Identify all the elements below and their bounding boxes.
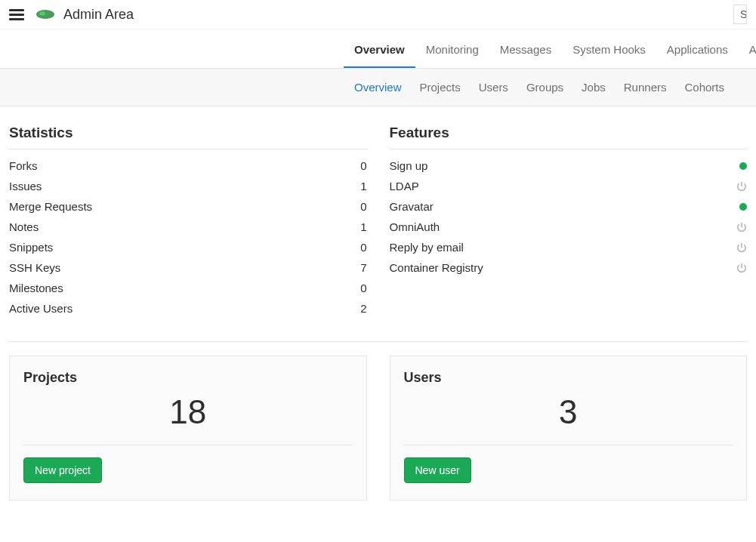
stat-row: Milestones0 [9,278,367,298]
stat-value: 1 [360,220,366,233]
subtab-overview[interactable]: Overview [345,78,411,97]
new-project-button[interactable]: New project [23,457,102,483]
tab-system-hooks[interactable]: System Hooks [562,29,656,68]
features-heading: Features [390,125,748,141]
stat-value: 0 [360,159,366,172]
tab-applications[interactable]: Applications [656,29,739,68]
projects-card: Projects 18 New project [9,356,367,500]
subtab-users[interactable]: Users [470,78,517,97]
stat-row: Active Users2 [9,298,367,319]
stat-value: 0 [360,282,366,294]
feature-label: LDAP [390,180,419,192]
stat-label: Forks [9,159,38,172]
stat-value: 2 [360,302,366,315]
projects-heading: Projects [23,370,353,386]
power-off-icon [736,242,747,253]
users-heading: Users [404,370,733,386]
stat-row: Merge Requests0 [9,196,367,217]
stat-label: Snippets [9,241,53,254]
projects-count: 18 [23,393,353,431]
feature-row: OmniAuth [390,217,748,237]
tab-monitoring[interactable]: Monitoring [415,29,489,68]
statistics-panel: Statistics Forks0Issues1Merge Requests0N… [9,125,367,319]
stat-row: SSH Keys7 [9,257,367,278]
page-title: Admin Area [63,7,134,23]
stat-value: 7 [360,261,366,274]
divider [9,149,367,149]
subtab-jobs[interactable]: Jobs [572,78,615,97]
topbar: Admin Area S [0,0,756,29]
subtab-runners[interactable]: Runners [615,78,676,97]
power-off-icon [736,263,747,273]
stat-label: Milestones [9,282,63,294]
feature-row: Container Registry [390,257,748,278]
stat-row: Snippets0 [9,237,367,257]
power-off-icon [736,222,747,233]
users-card: Users 3 New user [390,356,748,500]
feature-label: Gravatar [390,200,434,213]
feature-label: Sign up [390,159,428,172]
stat-value: 0 [360,241,366,254]
new-user-button[interactable]: New user [404,457,471,483]
main-tabs: OverviewMonitoringMessagesSystem HooksAp… [0,29,756,69]
features-panel: Features Sign upLDAPGravatarOmniAuthRepl… [390,125,748,319]
logo[interactable] [35,8,56,21]
stat-row: Issues1 [9,176,367,196]
menu-icon[interactable] [9,7,24,23]
search-input[interactable]: S [733,5,747,24]
stat-label: Active Users [9,302,73,315]
stat-value: 0 [360,200,366,213]
subtab-projects[interactable]: Projects [411,78,470,97]
tab-overview[interactable]: Overview [344,29,415,68]
subtab-groups[interactable]: Groups [517,78,572,97]
feature-row: LDAP [390,176,748,196]
stat-row: Forks0 [9,156,367,176]
stat-value: 1 [360,180,366,192]
feature-row: Reply by email [390,237,748,257]
feature-row: Sign up [390,156,748,176]
tab-abuse-reports[interactable]: Abuse Reports [739,29,756,68]
tab-messages[interactable]: Messages [489,29,562,68]
users-count: 3 [404,393,733,431]
feature-label: OmniAuth [390,220,440,233]
stat-label: Notes [9,220,39,233]
stat-label: SSH Keys [9,261,60,274]
sub-tabs: OverviewProjectsUsersGroupsJobsRunnersCo… [0,69,756,106]
stat-label: Issues [9,180,42,192]
feature-label: Reply by email [390,241,464,254]
feature-label: Container Registry [390,261,483,274]
stat-label: Merge Requests [9,200,92,213]
feature-row: Gravatar [390,196,748,217]
subtab-cohorts[interactable]: Cohorts [675,78,733,97]
svg-point-0 [36,10,54,19]
power-off-icon [736,181,747,192]
stat-row: Notes1 [9,217,367,237]
divider [390,149,748,149]
svg-point-1 [39,12,45,16]
enabled-dot-icon [739,203,747,211]
enabled-dot-icon [739,162,747,170]
divider [23,445,353,445]
divider [404,445,733,445]
statistics-heading: Statistics [9,125,367,141]
